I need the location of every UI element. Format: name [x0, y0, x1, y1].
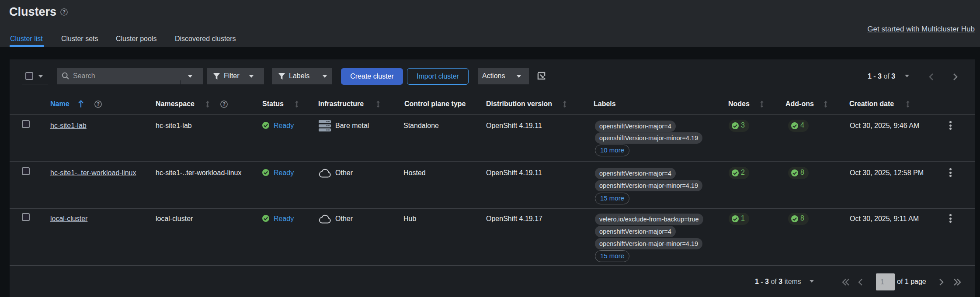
svg-text:?: ?: [63, 9, 66, 14]
svg-text:?: ?: [222, 101, 226, 107]
svg-text:?: ?: [97, 101, 100, 107]
